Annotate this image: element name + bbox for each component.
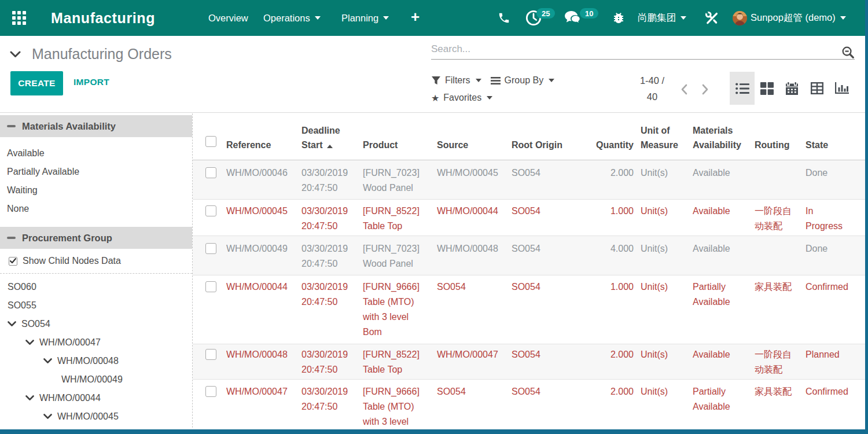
cell-source[interactable]: WH/MO/00048 xyxy=(437,236,512,275)
cell-root-origin[interactable]: SO054 xyxy=(512,344,582,379)
cell-state[interactable]: Confirmed xyxy=(806,275,865,344)
voip-button[interactable] xyxy=(498,0,510,36)
cell-reference[interactable]: WH/MO/00044 xyxy=(226,275,301,344)
col-materials-availability[interactable]: Materials Availability xyxy=(693,113,755,160)
cell-reference[interactable]: WH/MO/00049 xyxy=(226,236,301,275)
cell-materials-availability[interactable]: Available xyxy=(693,344,755,379)
menu-planning[interactable]: Planning xyxy=(341,0,389,36)
view-list-button[interactable] xyxy=(730,72,755,105)
section-materials-availability[interactable]: Materials Availability xyxy=(0,115,192,137)
tree-item-wh-mo-00045[interactable]: WH/MO/00045 xyxy=(0,407,192,426)
cell-routing[interactable]: 一阶段自 动装配 xyxy=(755,199,806,236)
table-row[interactable]: WH/MO/0004803/30/2019 20:47:50 [FURN_852… xyxy=(193,344,865,379)
cell-root-origin[interactable]: SO054 xyxy=(512,199,582,236)
table-row[interactable]: WH/MO/0004503/30/2019 20:47:50 [FURN_852… xyxy=(193,199,865,236)
row-checkbox[interactable] xyxy=(205,205,216,216)
cell-unit-of-measure[interactable]: Unit(s) xyxy=(641,199,693,236)
cell-product[interactable]: [FURN_7023] Wood Panel xyxy=(363,160,437,199)
row-checkbox[interactable] xyxy=(205,349,216,360)
cell-quantity[interactable]: 2.000 xyxy=(582,379,641,429)
cell-product[interactable]: [FURN_8522] Table Top xyxy=(363,344,437,379)
chevron-down-icon[interactable] xyxy=(25,340,34,345)
apps-menu-button[interactable] xyxy=(12,0,27,36)
tools-button[interactable] xyxy=(705,0,719,36)
checkbox-checked-icon[interactable] xyxy=(9,257,17,266)
view-pivot-button[interactable] xyxy=(804,72,829,105)
table-row[interactable]: WH/MO/0004603/30/2019 20:47:50 [FURN_702… xyxy=(193,160,865,199)
tree-item-so060[interactable]: SO060 xyxy=(0,278,192,296)
cell-state[interactable]: In Progress xyxy=(806,199,865,236)
select-all-checkbox[interactable] xyxy=(205,136,216,147)
row-checkbox[interactable] xyxy=(205,386,216,397)
favorites-menu[interactable]: ★ Favorites xyxy=(431,93,492,104)
cell-materials-availability[interactable]: Partially Available xyxy=(693,275,755,344)
filter-item-waiting[interactable]: Waiting xyxy=(0,181,192,200)
cell-routing[interactable]: 一阶段自 动装配 xyxy=(755,344,806,379)
cell-source[interactable]: WH/MO/00045 xyxy=(437,160,512,199)
cell-deadline-start[interactable]: 03/30/2019 20:47:50 xyxy=(301,199,363,236)
cell-root-origin[interactable]: SO054 xyxy=(512,379,582,429)
cell-quantity[interactable]: 2.000 xyxy=(582,344,641,379)
tree-item-wh-mo-00048[interactable]: WH/MO/00048 xyxy=(0,352,192,370)
cell-reference[interactable]: WH/MO/00048 xyxy=(226,344,301,379)
filter-item-available[interactable]: Available xyxy=(0,144,192,163)
col-reference[interactable]: Reference xyxy=(226,113,301,160)
cell-quantity[interactable]: 4.000 xyxy=(582,236,641,275)
cell-product[interactable]: [FURN_8522] Table Top xyxy=(363,199,437,236)
tree-item-wh-mo-00047[interactable]: WH/MO/00047 xyxy=(0,333,192,352)
row-checkbox[interactable] xyxy=(205,243,216,254)
cell-deadline-start[interactable]: 03/30/2019 20:47:50 xyxy=(301,379,363,429)
cell-deadline-start[interactable]: 03/30/2019 20:47:50 xyxy=(301,160,363,199)
cell-routing[interactable] xyxy=(755,160,806,199)
show-child-nodes-checkbox-row[interactable]: Show Child Nodes Data xyxy=(9,255,121,267)
tree-item-wh-mo-00049[interactable]: WH/MO/00049 xyxy=(0,370,192,389)
col-quantity[interactable]: Quantity xyxy=(582,113,641,160)
cell-product[interactable]: [FURN_9666] Table (MTO) with 3 level Bom xyxy=(363,275,437,344)
cell-source[interactable]: WH/MO/00044 xyxy=(437,199,512,236)
table-row[interactable]: WH/MO/0004403/30/2019 20:47:50 [FURN_966… xyxy=(193,275,865,344)
filters-menu[interactable]: Filters xyxy=(431,75,481,86)
messages-button[interactable] xyxy=(564,0,582,36)
vertical-scrollbar[interactable] xyxy=(865,0,868,429)
view-graph-button[interactable] xyxy=(829,72,854,105)
col-product[interactable]: Product xyxy=(363,113,437,160)
chevron-down-icon[interactable] xyxy=(43,358,52,364)
cell-unit-of-measure[interactable]: Unit(s) xyxy=(641,236,693,275)
cell-unit-of-measure[interactable]: Unit(s) xyxy=(641,379,693,429)
menu-operations[interactable]: Operations xyxy=(263,0,321,36)
cell-deadline-start[interactable]: 03/30/2019 20:47:50 xyxy=(301,236,363,275)
create-button[interactable]: CREATE xyxy=(10,71,63,95)
chevron-down-icon[interactable] xyxy=(8,321,16,327)
cell-routing[interactable]: 家具装配 xyxy=(755,379,806,429)
tree-item-wh-mo-00044[interactable]: WH/MO/00044 xyxy=(0,389,192,407)
col-root-origin[interactable]: Root Origin xyxy=(512,113,582,160)
group-by-menu[interactable]: Group By xyxy=(491,75,555,86)
cell-materials-availability[interactable]: Available xyxy=(693,160,755,199)
user-menu[interactable]: Sunpop超管 (demo) xyxy=(751,0,846,36)
pager-next-button[interactable] xyxy=(702,84,709,97)
chevron-down-icon[interactable] xyxy=(43,414,52,420)
debug-button[interactable] xyxy=(612,0,626,36)
cell-product[interactable]: [FURN_9666] Table (MTO) with 3 level Bom xyxy=(363,379,437,429)
user-avatar[interactable] xyxy=(733,0,747,36)
app-name[interactable]: Manufacturing xyxy=(51,0,155,36)
col-deadline-start[interactable]: Deadline Start xyxy=(301,113,363,160)
cell-unit-of-measure[interactable]: Unit(s) xyxy=(641,160,693,199)
col-unit-of-measure[interactable]: Unit of Measure xyxy=(641,113,693,160)
cell-product[interactable]: [FURN_7023] Wood Panel xyxy=(363,236,437,275)
tree-item-so055[interactable]: SO055 xyxy=(0,296,192,315)
search-input[interactable] xyxy=(431,41,836,58)
col-state[interactable]: State xyxy=(806,113,865,160)
cell-deadline-start[interactable]: 03/30/2019 20:47:50 xyxy=(301,344,363,379)
menu-overview[interactable]: Overview xyxy=(208,0,248,36)
cell-root-origin[interactable]: SO054 xyxy=(512,275,582,344)
cell-root-origin[interactable]: SO054 xyxy=(512,236,582,275)
cell-quantity[interactable]: 1.000 xyxy=(582,275,641,344)
company-menu[interactable]: 尚鹏集团 xyxy=(638,0,686,36)
cell-deadline-start[interactable]: 03/30/2019 20:47:50 xyxy=(301,275,363,344)
view-calendar-button[interactable] xyxy=(779,72,804,105)
new-menu-button[interactable]: + xyxy=(411,0,420,36)
horizontal-scrollbar[interactable] xyxy=(0,429,868,434)
table-row[interactable]: WH/MO/0004903/30/2019 20:47:50 [FURN_702… xyxy=(193,236,865,275)
cell-state[interactable]: Done xyxy=(806,236,865,275)
